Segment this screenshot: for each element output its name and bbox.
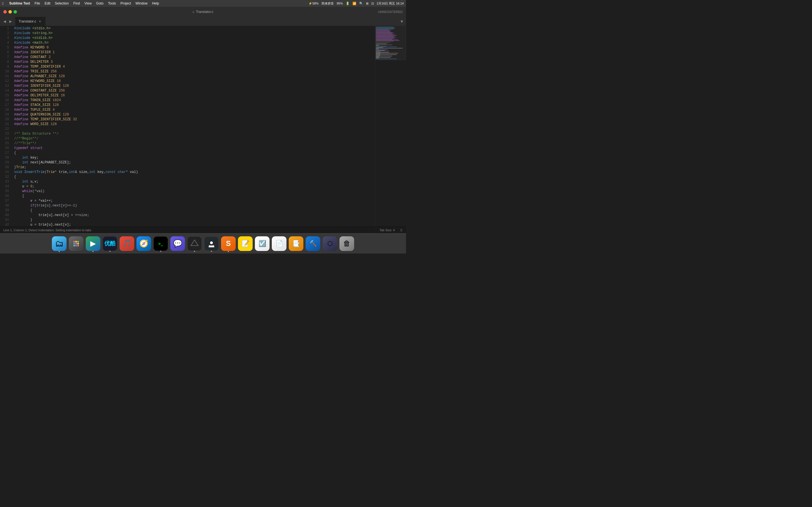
line-num-25: 25: [0, 141, 12, 146]
terminal-icon: >_: [158, 241, 163, 246]
dock-launchpad[interactable]: [69, 236, 84, 251]
line-num-10: 10: [0, 69, 12, 74]
line-num-4: 4: [0, 41, 12, 45]
minimap-row: [376, 51, 389, 51]
minimap-row: [376, 38, 394, 39]
tab-close-button[interactable]: ✕: [38, 19, 42, 23]
dock-textedit[interactable]: 📄: [272, 236, 287, 251]
code-line-3: #include <stdlib.h>: [14, 36, 375, 41]
finder-icon: 🗂: [55, 239, 63, 248]
code-line-13: #define IDENTIFIER_SIZE 128: [14, 83, 375, 89]
input-method[interactable]: 简体拼音: [321, 1, 334, 6]
close-button[interactable]: [3, 10, 7, 13]
code-editor[interactable]: #include <stdio.h> #include <string.h> #…: [12, 26, 375, 226]
code-line-9: #define TEMP_IDENTIFIER 4: [14, 64, 375, 69]
menu-goto[interactable]: Goto: [94, 1, 106, 6]
notification-icon[interactable]: ⊡: [371, 2, 374, 5]
line-num-24: 24: [0, 136, 12, 141]
google-play-dot: [93, 251, 94, 252]
svg-point-1: [75, 241, 77, 242]
menu-edit[interactable]: Edit: [42, 1, 53, 6]
dock-navi[interactable]: 💬: [170, 236, 185, 251]
minimap-row: [376, 44, 386, 44]
menu-help[interactable]: Help: [150, 1, 161, 6]
dock-xcode[interactable]: 🔨: [306, 236, 320, 251]
system-icon: ⬡: [327, 240, 333, 247]
svg-point-8: [77, 245, 79, 246]
dock-capo[interactable]: 🎵: [119, 236, 134, 251]
language-status[interactable]: C: [400, 228, 403, 232]
dock-reminders[interactable]: ☑️: [255, 236, 269, 251]
tab-dropdown[interactable]: ▼: [398, 19, 406, 24]
menu-project[interactable]: Project: [118, 1, 133, 6]
sublime-dot: [228, 251, 229, 252]
minimize-button[interactable]: [8, 10, 12, 13]
tab-translator[interactable]: Translator.c ✕: [15, 17, 45, 26]
nav-back[interactable]: ◀: [2, 19, 7, 24]
code-line-32: {: [14, 175, 375, 179]
line-num-20: 20: [0, 117, 12, 122]
capo-icon: 🎵: [122, 239, 132, 248]
dock-pages[interactable]: 📑: [289, 236, 303, 251]
minimap-row: [376, 49, 388, 50]
unity-icon: [190, 239, 199, 248]
menu-file[interactable]: File: [33, 1, 42, 6]
minimap-row: [376, 37, 394, 37]
safari-icon: 🧭: [139, 239, 148, 248]
menu-tools[interactable]: Tools: [106, 1, 118, 6]
dock-notes[interactable]: 📝: [238, 236, 253, 251]
trash-icon: 🗑: [343, 239, 350, 248]
line-num-17: 17: [0, 103, 12, 108]
titlebar: c Translator.c UNREGISTERED: [0, 7, 406, 17]
nav-forward[interactable]: ▶: [8, 19, 13, 24]
menu-selection[interactable]: Selection: [53, 1, 71, 6]
search-icon[interactable]: 🔍: [359, 2, 363, 5]
line-num-3: 3: [0, 36, 12, 41]
menu-view[interactable]: View: [82, 1, 94, 6]
dock-trash[interactable]: 🗑: [340, 236, 354, 251]
dock: 🗂 ▶ 优酷 🎵 🧭 >_ 💬: [0, 233, 406, 253]
line-num-35: 35: [0, 189, 12, 194]
code-line-4: #include <math.h>: [14, 41, 375, 45]
code-line-39: {: [14, 208, 375, 213]
dock-youku[interactable]: 优酷: [103, 236, 117, 251]
dock-unity[interactable]: [187, 236, 202, 251]
minimap[interactable]: [375, 26, 406, 226]
code-line-14: #define CONSTANT_SIZE 256: [14, 89, 375, 93]
wifi-pct: 95%: [337, 2, 343, 5]
line-num-33: 33: [0, 179, 12, 184]
code-line-29: int next[ALPHABET_SIZE];: [14, 160, 375, 165]
svg-marker-9: [191, 240, 198, 245]
code-line-10: #define TRIE_SIZE 256: [14, 69, 375, 74]
dock-sublime[interactable]: S: [221, 236, 236, 251]
control-center-icon[interactable]: ⊞: [366, 2, 368, 5]
dock-github[interactable]: [204, 236, 219, 251]
line-num-12: 12: [0, 79, 12, 83]
code-line-16: #define TOKEN_SIZE 1024: [14, 98, 375, 103]
dock-system[interactable]: ⬡: [322, 236, 337, 251]
dock-terminal[interactable]: >_: [153, 236, 168, 251]
line-num-37: 37: [0, 199, 12, 203]
dock-safari[interactable]: 🧭: [137, 236, 151, 251]
menu-window[interactable]: Window: [133, 1, 150, 6]
minimap-row: [376, 52, 389, 53]
minimap-row: [376, 54, 380, 54]
line-num-41: 41: [0, 218, 12, 223]
maximize-button[interactable]: [13, 10, 17, 13]
code-line-6: #define IDENTIFIER 1: [14, 50, 375, 55]
tab-size-status[interactable]: Tab Size: 4: [379, 228, 395, 232]
dock-google-play[interactable]: ▶: [86, 236, 100, 251]
line-num-26: 26: [0, 146, 12, 151]
code-line-38: if(trie[u].next[v]==-1): [14, 203, 375, 208]
menu-find[interactable]: Find: [71, 1, 82, 6]
line-num-18: 18: [0, 108, 12, 112]
pages-icon: 📑: [292, 240, 300, 247]
code-line-1: #include <stdio.h>: [14, 26, 375, 31]
dock-finder[interactable]: 🗂: [52, 236, 66, 251]
apple-menu[interactable]: : [2, 1, 4, 6]
minimap-row: [376, 55, 380, 55]
code-line-41: }: [14, 218, 375, 223]
code-line-37: v = *val++;: [14, 199, 375, 203]
menu-sublime-text[interactable]: Sublime Text: [7, 1, 33, 6]
code-line-31: void InsertTrie(Trie* trie,int& size,int…: [14, 170, 375, 175]
